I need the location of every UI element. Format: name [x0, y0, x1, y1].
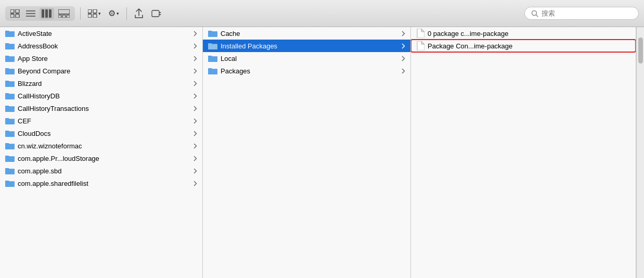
scrollbar[interactable]: [636, 27, 644, 278]
list-item[interactable]: Blizzard: [0, 77, 202, 90]
main-content: ActiveState AddressBook App Store Beyond…: [0, 27, 644, 278]
item-label: ActiveState: [18, 30, 191, 37]
item-label: com.apple.Pr...loudStorage: [18, 155, 191, 162]
toolbar: ▾ ⚙ ▾: [0, 0, 644, 27]
list-item[interactable]: Local: [203, 52, 410, 65]
svg-rect-11: [58, 15, 61, 18]
svg-rect-14: [88, 9, 92, 13]
item-label: Beyond Compare: [18, 67, 191, 75]
list-item[interactable]: App Store: [0, 52, 202, 65]
tag-button[interactable]: [149, 7, 164, 20]
gallery-view-button[interactable]: [56, 8, 72, 19]
list-item[interactable]: ActiveState: [0, 27, 202, 40]
item-label: Cache: [221, 30, 400, 37]
icon-view-button[interactable]: [8, 8, 22, 19]
svg-rect-9: [49, 9, 51, 18]
item-label: App Store: [18, 55, 191, 62]
list-item[interactable]: CallHistoryTransactions: [0, 102, 202, 115]
svg-rect-15: [93, 9, 97, 13]
search-input[interactable]: [542, 9, 625, 17]
svg-rect-0: [10, 9, 14, 13]
item-label: 0 package c...ime-package: [428, 30, 630, 37]
svg-line-20: [536, 15, 538, 17]
svg-rect-3: [16, 14, 19, 18]
list-item[interactable]: Cache: [203, 27, 410, 40]
list-item[interactable]: com.apple.sbd: [0, 165, 202, 177]
list-item[interactable]: CloudDocs: [0, 127, 202, 140]
share-button[interactable]: [132, 7, 146, 20]
item-label: Local: [221, 55, 400, 62]
svg-rect-13: [67, 15, 70, 18]
item-label: CEF: [18, 117, 191, 125]
svg-rect-16: [88, 14, 92, 18]
pane-3: 0 package c...ime-package Package Con...…: [411, 27, 636, 278]
view-mode-group: [5, 6, 75, 21]
svg-rect-1: [16, 9, 19, 13]
item-label: cn.wiz.wiznoteformac: [18, 142, 191, 150]
separator-1: [80, 7, 81, 20]
search-icon: [531, 10, 538, 17]
list-item[interactable]: Installed Packages: [203, 40, 410, 52]
svg-rect-10: [58, 9, 70, 14]
arrange-button[interactable]: ▾: [86, 8, 103, 19]
pane-1: ActiveState AddressBook App Store Beyond…: [0, 27, 203, 278]
svg-rect-18: [152, 10, 159, 17]
item-label: com.apple.sharedfilelist: [18, 180, 191, 187]
list-item[interactable]: CallHistoryDB: [0, 90, 202, 102]
list-item[interactable]: Package Con...ime-package: [411, 40, 636, 52]
separator-2: [126, 7, 127, 20]
item-label: com.apple.sbd: [18, 167, 191, 175]
list-view-button[interactable]: [24, 8, 37, 19]
item-label: Installed Packages: [221, 42, 400, 50]
list-item[interactable]: com.apple.Pr...loudStorage: [0, 152, 202, 165]
list-item[interactable]: Packages: [203, 65, 410, 77]
item-label: CloudDocs: [18, 130, 191, 137]
list-item[interactable]: cn.wiz.wiznoteformac: [0, 140, 202, 152]
list-item[interactable]: 0 package c...ime-package: [411, 27, 636, 40]
item-label: AddressBook: [18, 42, 191, 50]
pane-2: Cache Installed Packages Local Packages: [203, 27, 411, 278]
list-item[interactable]: CEF: [0, 115, 202, 127]
item-label: Packages: [221, 67, 400, 75]
column-view-button[interactable]: [40, 8, 54, 19]
action-button[interactable]: ⚙ ▾: [106, 7, 121, 20]
item-label: Blizzard: [18, 80, 191, 87]
item-label: Package Con...ime-package: [428, 42, 630, 50]
svg-rect-7: [42, 9, 44, 18]
list-item[interactable]: Beyond Compare: [0, 65, 202, 77]
scrollbar-thumb[interactable]: [638, 37, 643, 64]
item-label: CallHistoryDB: [18, 92, 191, 100]
svg-rect-17: [93, 14, 97, 18]
item-label: CallHistoryTransactions: [18, 105, 191, 112]
svg-rect-12: [62, 15, 66, 18]
svg-rect-2: [10, 14, 14, 18]
list-item[interactable]: AddressBook: [0, 40, 202, 52]
svg-rect-8: [45, 9, 48, 18]
list-item[interactable]: com.apple.sharedfilelist: [0, 177, 202, 189]
search-bar[interactable]: [524, 7, 639, 20]
